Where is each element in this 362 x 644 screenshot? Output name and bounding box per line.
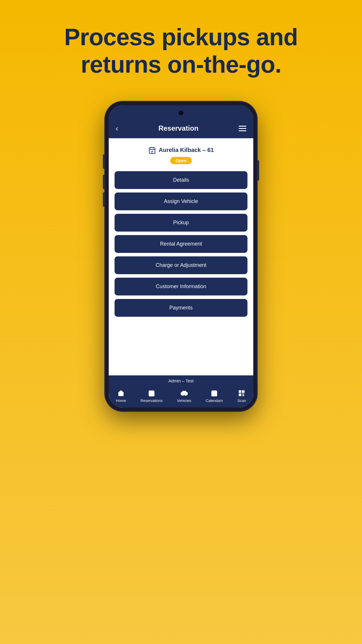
nav-home[interactable]: Home xyxy=(116,389,126,403)
phone-screen: ‹ Reservation xyxy=(109,105,253,407)
svg-rect-0 xyxy=(149,148,155,153)
bottom-nav: Home Reservations xyxy=(109,386,253,407)
camera-notch xyxy=(179,111,183,115)
back-button[interactable]: ‹ xyxy=(116,124,118,133)
header-title: Reservation xyxy=(159,124,198,132)
payments-button[interactable]: Payments xyxy=(115,299,247,317)
nav-reservations[interactable]: Reservations xyxy=(140,389,163,403)
phone-shell: ‹ Reservation xyxy=(105,102,257,411)
charge-adjustment-button[interactable]: Charge or Adjustment xyxy=(115,256,247,274)
reservation-info: Aurelia Kilback – 61 Open xyxy=(109,138,253,169)
headline: Process pickups and returns on-the-go. xyxy=(41,23,321,78)
svg-point-10 xyxy=(185,394,186,396)
vehicles-icon xyxy=(180,389,188,397)
reservations-icon xyxy=(147,389,156,397)
user-info: Admin – Test xyxy=(109,375,253,386)
calendars-icon xyxy=(210,389,218,397)
main-content: Aurelia Kilback – 61 Open Details Assign… xyxy=(109,138,253,407)
nav-calendars[interactable]: Calendars xyxy=(206,389,223,403)
calendar-icon xyxy=(148,146,156,154)
svg-rect-8 xyxy=(181,392,187,395)
svg-rect-15 xyxy=(239,391,241,393)
customer-information-button[interactable]: Customer Information xyxy=(115,278,247,295)
svg-point-9 xyxy=(182,394,183,396)
nav-vehicles[interactable]: Vehicles xyxy=(177,389,191,403)
app-header: ‹ Reservation xyxy=(109,120,253,138)
scan-icon xyxy=(238,389,246,397)
svg-rect-17 xyxy=(239,394,241,396)
menu-button[interactable] xyxy=(239,126,246,131)
pickup-button[interactable]: Pickup xyxy=(115,214,247,232)
phone-mockup: ‹ Reservation xyxy=(105,102,257,411)
home-icon xyxy=(117,389,125,397)
nav-scan[interactable]: Scan xyxy=(237,389,246,403)
status-badge: Open xyxy=(170,157,192,164)
customer-name: Aurelia Kilback – 61 xyxy=(159,147,214,153)
details-button[interactable]: Details xyxy=(115,171,247,189)
rental-agreement-button[interactable]: Rental Agreement xyxy=(115,235,247,253)
svg-rect-11 xyxy=(212,391,217,396)
reservation-name: Aurelia Kilback – 61 xyxy=(115,146,247,154)
assign-vehicle-button[interactable]: Assign Vehicle xyxy=(115,192,247,210)
svg-rect-16 xyxy=(242,391,244,393)
svg-rect-4 xyxy=(149,391,154,396)
action-buttons: Details Assign Vehicle Pickup Rental Agr… xyxy=(109,169,253,375)
